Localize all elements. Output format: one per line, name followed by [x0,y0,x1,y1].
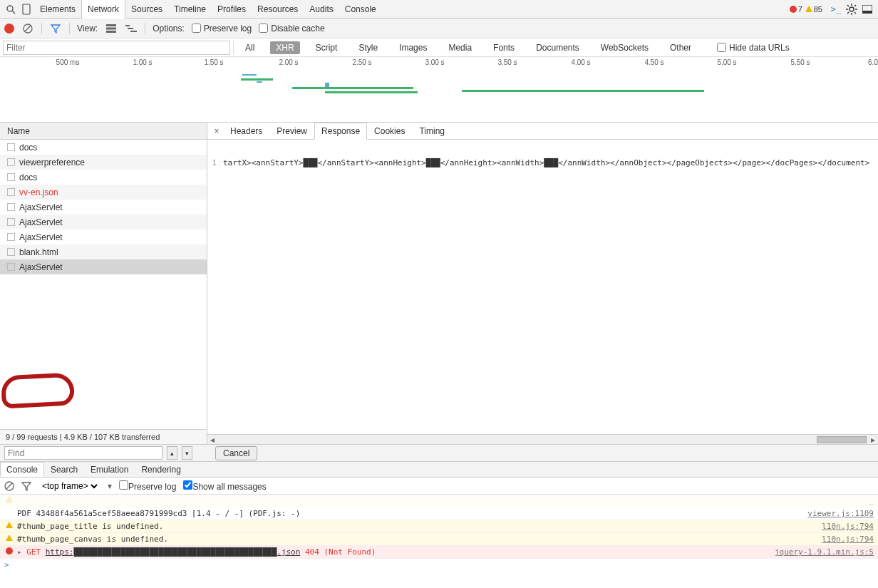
view-large-icon[interactable] [105,22,118,35]
console-source-link[interactable]: l10n.js:794 [822,535,874,544]
console-clear-icon[interactable] [4,481,14,491]
console-prompt-icon[interactable]: >_ [828,1,844,17]
settings-gear-icon[interactable] [844,1,859,17]
disable-cache-checkbox[interactable]: Disable cache [259,24,324,33]
request-row[interactable]: AjaxServlet [0,200,207,215]
request-row[interactable]: blank.html [0,244,207,259]
inspect-icon[interactable] [3,1,19,17]
record-button[interactable] [4,24,14,33]
console-preserve-log[interactable]: Preserve log [119,480,176,492]
view-waterfall-icon[interactable] [125,22,138,35]
horizontal-scrollbar[interactable]: ◂ ▸ [207,434,878,444]
console-message: #thumb_page_canvas is undefined. [17,535,822,544]
response-body[interactable]: 1 tartX><annStartY>███</annStartY><annHe… [207,140,878,434]
file-icon [7,143,15,151]
top-tab-sources[interactable]: Sources [125,0,168,19]
detail-tab-timing[interactable]: Timing [412,123,452,140]
file-icon [7,248,15,256]
request-name: vv-en.json [19,187,58,197]
console-row[interactable]: #thumb_page_title is undefined.l10n.js:7… [0,520,878,533]
type-filter-xhr[interactable]: XHR [270,41,299,54]
top-tab-audits[interactable]: Audits [304,0,339,19]
timeline-tick: 1.50 s [204,58,223,66]
svg-marker-16 [51,25,60,33]
filter-input[interactable] [3,41,230,55]
type-filter-style[interactable]: Style [353,41,383,54]
svg-rect-13 [862,11,872,14]
type-filter-script[interactable]: Script [310,41,344,54]
console-row[interactable]: #thumb_page_canvas is undefined.l10n.js:… [0,533,878,546]
top-tab-profiles[interactable]: Profiles [212,0,252,19]
top-tab-console[interactable]: Console [339,0,382,19]
request-row[interactable]: vv-en.json [0,185,207,200]
timeline-tick: 2.50 s [352,58,371,66]
request-row[interactable]: viewerpreference [0,155,207,170]
drawer-tab-rendering[interactable]: Rendering [135,462,187,477]
filter-row: AllXHRScriptStyleImagesMediaFontsDocumen… [0,38,878,57]
top-tab-resources[interactable]: Resources [252,0,304,19]
top-tab-timeline[interactable]: Timeline [168,0,212,19]
detail-tab-cookies[interactable]: Cookies [367,123,412,140]
detail-tab-response[interactable]: Response [314,123,367,140]
requests-summary: 9 / 99 requests | 4.9 KB / 107 KB transf… [0,429,207,444]
type-filter-media[interactable]: Media [443,41,477,54]
scroll-thumb[interactable] [817,436,867,443]
console-prompt[interactable]: > [0,559,878,571]
clear-icon[interactable] [21,22,34,35]
console-controls: <top frame> ▾ Preserve log Show all mess… [0,478,878,495]
error-count-badge[interactable]: 7 [790,5,802,14]
request-row[interactable]: AjaxServlet [0,259,207,274]
console-show-all[interactable]: Show all messages [183,480,266,492]
find-next-button[interactable]: ▾ [182,446,192,460]
type-filter-fonts[interactable]: Fonts [487,41,520,54]
request-row[interactable]: AjaxServlet [0,215,207,229]
request-row[interactable]: AjaxServlet [0,229,207,244]
name-column-header[interactable]: Name [0,123,207,140]
type-filter-websockets[interactable]: WebSockets [595,41,654,54]
options-label: Options: [153,24,185,33]
file-icon [7,188,15,196]
drawer-tab-console[interactable]: Console [0,462,44,477]
console-row[interactable]: PDF 43488f4a561a5cef58aeea8791999cd3 [1.… [0,507,878,520]
request-row[interactable]: docs [0,140,207,155]
console-source-link[interactable]: jquery-1.9.1.min.js:5 [775,547,874,557]
svg-rect-20 [125,25,130,26]
request-row[interactable]: docs [0,170,207,185]
device-icon[interactable] [19,1,34,17]
network-timeline[interactable]: 500 ms1.00 s1.50 s2.00 s2.50 s3.00 s3.50… [0,57,878,123]
top-tab-network[interactable]: Network [81,0,125,19]
scroll-left-arrow[interactable]: ◂ [207,435,217,445]
timeline-tick: 3.50 s [497,58,517,66]
drawer-tab-search[interactable]: Search [44,462,84,477]
warning-count-badge[interactable]: 85 [805,5,822,14]
console-row[interactable] [0,495,878,507]
timeline-tick: 5.00 s [717,58,736,66]
console-row[interactable]: ▸ GET https:████████████████████████████… [0,546,878,559]
hide-data-urls-checkbox[interactable]: Hide data URLs [717,43,790,53]
warning-count: 85 [814,5,822,14]
dock-icon[interactable] [859,1,875,17]
console-filter-icon[interactable] [21,481,31,491]
filter-funnel-icon[interactable] [49,22,62,35]
drawer-tab-emulation[interactable]: Emulation [84,462,135,477]
type-filter-documents[interactable]: Documents [530,41,585,54]
detail-tab-preview[interactable]: Preview [269,123,314,140]
find-cancel-button[interactable]: Cancel [215,446,257,460]
find-input[interactable] [4,446,162,460]
close-detail-icon[interactable]: × [210,126,223,136]
top-tab-elements[interactable]: Elements [34,0,81,19]
type-filter-other[interactable]: Other [664,41,697,54]
console-source-link[interactable]: viewer.js:1109 [807,509,874,518]
scroll-right-arrow[interactable]: ▸ [868,435,878,445]
preserve-log-checkbox[interactable]: Preserve log [192,24,252,33]
console-message: PDF 43488f4a561a5cef58aeea8791999cd3 [1.… [17,509,807,518]
devtools-top-tabs: ElementsNetworkSourcesTimelineProfilesRe… [0,0,878,19]
type-filter-images[interactable]: Images [393,41,433,54]
type-filter-all[interactable]: All [239,41,260,54]
detail-tab-headers[interactable]: Headers [223,123,269,140]
warning-icon [4,522,14,528]
frame-select[interactable]: <top frame> [38,480,100,492]
requests-pane: Name docsviewerpreferencedocsvv-en.jsonA… [0,123,207,444]
find-prev-button[interactable]: ▴ [167,446,177,460]
console-source-link[interactable]: l10n.js:794 [822,522,874,531]
